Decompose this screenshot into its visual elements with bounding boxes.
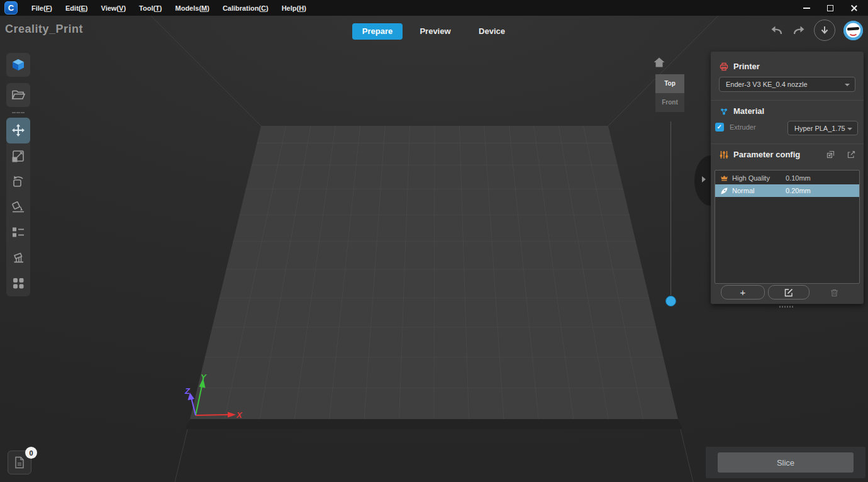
- axis-z-label: Z: [184, 386, 191, 396]
- menu-bar: File(F) Edit(E) View(V) Tool(T) Models(M…: [31, 4, 306, 12]
- profile-layer-height: 0.20mm: [786, 187, 811, 194]
- avatar-icon: [843, 21, 863, 40]
- export-profile-icon[interactable]: [847, 150, 855, 159]
- undo-button[interactable]: [770, 23, 784, 37]
- tab-prepare[interactable]: Prepare: [352, 23, 403, 40]
- transform-tool-strip: [6, 118, 30, 296]
- rocket-icon: [720, 187, 728, 195]
- build-plate-front-edge: [186, 419, 682, 429]
- profile-name: High Quality: [732, 174, 770, 182]
- printer-select[interactable]: Ender-3 V3 KE_0.4 nozzle: [719, 77, 855, 92]
- parameter-section-header: Parameter config: [720, 150, 800, 159]
- profile-buttons: +: [711, 285, 864, 300]
- redo-button[interactable]: [792, 23, 806, 37]
- edit-profile-button[interactable]: [768, 285, 810, 300]
- titlebar: C File(F) Edit(E) View(V) Tool(T) Models…: [0, 0, 868, 16]
- extruder-label: Extruder: [730, 123, 756, 131]
- zoom-slider-track[interactable]: [670, 121, 671, 295]
- redo-icon: [792, 23, 806, 37]
- edit-icon: [784, 288, 794, 298]
- chevron-right-icon: [702, 176, 706, 182]
- trash-icon: [830, 288, 839, 298]
- profile-row-normal[interactable]: Normal 0.20mm: [715, 184, 859, 197]
- window-controls: [799, 2, 862, 14]
- scale-tool-button[interactable]: [6, 143, 30, 169]
- parameter-config-icon: [720, 150, 728, 159]
- view-top-button[interactable]: Top: [655, 74, 684, 93]
- lay-flat-icon: [11, 199, 26, 215]
- import-profile-icon[interactable]: [826, 150, 835, 159]
- menu-file[interactable]: File(F): [31, 4, 52, 12]
- add-model-button[interactable]: [6, 53, 30, 77]
- material-select[interactable]: Hyper PLA_1.75: [787, 121, 858, 135]
- extruder-row: Extruder: [715, 123, 756, 132]
- menu-view[interactable]: View(V): [101, 4, 126, 12]
- tab-preview[interactable]: Preview: [411, 23, 459, 40]
- creality-print-window: X Y Z C File(F) Edit(E) View(V) Tool(T) …: [0, 0, 868, 482]
- lay-on-face-tool-button[interactable]: [6, 194, 30, 220]
- object-list-button[interactable]: [6, 220, 30, 245]
- maximize-icon: [827, 5, 833, 11]
- support-tool-button[interactable]: [6, 245, 30, 271]
- model-count-badge: 0: [25, 447, 37, 459]
- download-icon: [819, 25, 830, 36]
- slice-button[interactable]: Slice: [718, 452, 854, 473]
- document-icon: [14, 456, 25, 469]
- rotate-tool-button[interactable]: [6, 169, 30, 194]
- home-view-button[interactable]: [653, 57, 665, 68]
- home-icon: [653, 57, 665, 68]
- download-button[interactable]: [814, 20, 835, 41]
- minimize-button[interactable]: [799, 2, 814, 14]
- menu-models[interactable]: Models(M): [175, 4, 209, 12]
- undo-icon: [770, 23, 784, 37]
- settings-panel: Printer Ender-3 V3 KE_0.4 nozzle Materia…: [711, 52, 864, 304]
- move-tool-button[interactable]: [6, 118, 30, 143]
- menu-calibration[interactable]: Calibration(C): [223, 4, 269, 12]
- header-actions: [770, 20, 863, 41]
- panel-divider: [711, 143, 864, 144]
- panel-divider: [711, 100, 864, 101]
- parameter-actions: [826, 150, 855, 159]
- user-avatar[interactable]: [843, 21, 863, 40]
- material-select-value: Hyper PLA_1.75: [794, 125, 845, 132]
- chevron-down-icon: [845, 84, 850, 86]
- delete-profile-button[interactable]: [823, 286, 845, 299]
- zoom-slider-handle[interactable]: [665, 296, 676, 306]
- close-icon: [850, 4, 858, 12]
- creality-logo-icon: C: [4, 1, 18, 14]
- menu-tool[interactable]: Tool(T): [139, 4, 162, 12]
- material-section-title: Material: [733, 106, 764, 116]
- view-front-button[interactable]: Front: [655, 93, 684, 112]
- move-icon: [11, 123, 26, 138]
- profile-row-high-quality[interactable]: High Quality 0.10mm: [715, 172, 859, 184]
- arrange-tool-button[interactable]: [6, 271, 30, 296]
- parameter-section-title: Parameter config: [733, 150, 800, 159]
- arrange-icon: [11, 276, 26, 291]
- material-section-header: Material: [720, 106, 764, 116]
- profile-layer-height: 0.10mm: [786, 174, 811, 182]
- extruder-checkbox[interactable]: [715, 123, 724, 132]
- printer-select-value: Ender-3 V3 KE_0.4 nozzle: [726, 81, 808, 88]
- profile-list: High Quality 0.10mm Normal 0.20mm: [715, 170, 860, 284]
- chevron-down-icon: [847, 128, 852, 130]
- menu-edit[interactable]: Edit(E): [65, 4, 87, 12]
- left-toolbar: [6, 53, 30, 296]
- slice-container: Slice: [706, 447, 865, 478]
- maximize-button[interactable]: [823, 2, 838, 14]
- scale-icon: [11, 149, 26, 164]
- panel-resize-grip[interactable]: [779, 306, 794, 308]
- close-button[interactable]: [847, 2, 862, 14]
- app-title: Creality_Print: [5, 23, 83, 36]
- material-icon: [720, 107, 728, 116]
- printer-section-title: Printer: [733, 62, 760, 71]
- axis-x-label: X: [236, 410, 243, 420]
- toolbar-divider: [12, 112, 25, 113]
- build-volume-edge: [135, 0, 261, 126]
- mode-tabs: Prepare Preview Device: [352, 23, 516, 40]
- tab-device[interactable]: Device: [468, 23, 516, 40]
- open-file-button[interactable]: [6, 83, 30, 107]
- add-profile-button[interactable]: +: [721, 285, 765, 300]
- open-folder-icon: [11, 87, 26, 103]
- menu-help[interactable]: Help(H): [282, 4, 306, 12]
- printer-section-header: Printer: [720, 62, 760, 71]
